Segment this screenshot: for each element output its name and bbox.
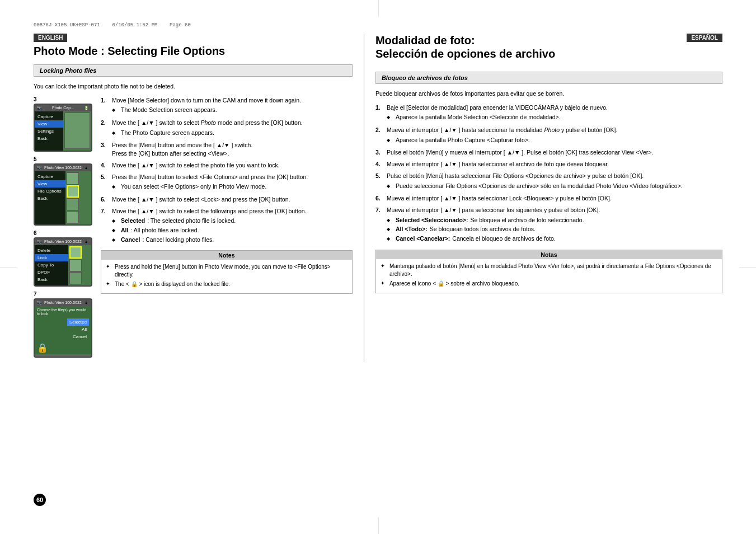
- english-step-1: 1. Move [Mode Selector] down to turn on …: [101, 96, 353, 115]
- english-notes-box: Notes Press and hold the [Menu] button i…: [101, 250, 353, 294]
- english-notes-header: Notes: [101, 251, 352, 260]
- spanish-nota-1: Mantenga pulsado el botón [Menú] en la m…: [381, 263, 717, 278]
- screen5-menu: Capture View File Options Back: [35, 171, 65, 224]
- screen3-menu-view: View: [35, 120, 63, 128]
- screen3-label: 3: [34, 96, 95, 102]
- screen5-device: 📷 Photo View 100-0022 📱 Capture View Fil…: [34, 163, 92, 226]
- screen6-delete: Delete: [35, 247, 68, 254]
- reg-mark-right: [739, 267, 756, 268]
- reg-mark-top: [378, 0, 379, 17]
- spanish-nota-2: Aparece el icono < 🔒 > sobre el archivo …: [381, 280, 717, 288]
- spanish-notas-box: Notas Mantenga pulsado el botón [Menú] e…: [375, 250, 722, 293]
- spanish-notas-header: Notas: [376, 250, 722, 259]
- screen6-body: Delete Lock Copy To DPOF Back: [35, 245, 91, 285]
- meta-date: 6/10/05 1:52 PM: [112, 22, 157, 28]
- reg-mark-bottom: [378, 517, 379, 534]
- spanish-step-list: 1. Baje el [Selector de modalidad] para …: [375, 104, 722, 244]
- screen6-back: Back: [35, 276, 68, 283]
- screen7-lock-icon: 🔒: [35, 341, 91, 354]
- english-steps: 1. Move [Mode Selector] down to turn on …: [101, 96, 353, 362]
- spanish-step-1: 1. Baje el [Selector de modalidad] para …: [375, 104, 722, 123]
- screen3-header: 📷 Photo Cap... 🔋: [35, 105, 91, 111]
- english-subsection: Locking Photo files: [34, 64, 353, 77]
- screen7-body: Choose the file(s) you would to lock. Se…: [35, 306, 91, 354]
- reg-mark-left: [0, 267, 17, 268]
- spanish-step-4: 4. Mueva el interruptor [ ▲/▼ ] hasta se…: [375, 160, 722, 168]
- screen7-device: 📷 Photo View 100-0022 📱 Choose the file(…: [34, 298, 92, 358]
- english-title: Photo Mode : Selecting File Options: [34, 44, 353, 58]
- spanish-notas-content: Mantenga pulsado el botón [Menú] en la m…: [376, 259, 722, 293]
- spanish-title: Modalidad de foto: Selección de opciones…: [375, 34, 555, 60]
- english-screenshots: 3 📷 Photo Cap... 🔋 Capture View: [34, 96, 95, 362]
- screen7-all: All: [79, 326, 89, 333]
- screen6-header: 📷 Photo View 100-0022 📱: [35, 238, 91, 245]
- screen5-fileoptions: File Options: [35, 188, 65, 195]
- screen6-label: 6: [34, 230, 95, 236]
- english-step-6: 6. Move the [ ▲/▼ ] switch to select <Lo…: [101, 195, 353, 204]
- spanish-step-2: 2. Mueva el interruptor [ ▲/▼ ] hasta se…: [375, 126, 722, 145]
- screen5-header: 📷 Photo View 100-0022 📱: [35, 165, 91, 171]
- screen5-view: View: [35, 180, 65, 188]
- screen6-lock: Lock: [35, 254, 68, 261]
- spanish-intro: Puede bloquear archivos de fotos importa…: [375, 90, 722, 98]
- screen3-menu: Capture View Settings Back: [35, 111, 63, 151]
- screen6-dpof: DPOF: [35, 269, 68, 276]
- screen3-menu-settings: Settings: [35, 128, 63, 135]
- screen3-thumbarea: [63, 111, 91, 151]
- spanish-badge-area: ESPAÑOL: [687, 34, 722, 44]
- screen5-label: 5: [34, 156, 95, 162]
- screen7-options-area: Selected All Cancel: [35, 317, 91, 341]
- english-step-list: 1. Move [Mode Selector] down to turn on …: [101, 96, 353, 245]
- spanish-subsection: Bloqueo de archivos de fotos: [375, 72, 722, 84]
- screen5-back: Back: [35, 195, 65, 202]
- spanish-step-5: 5. Pulse el botón [Menú] hasta seleccion…: [375, 172, 722, 191]
- meta-line: 00876J X105 UK+ESP-071 6/10/05 1:52 PM P…: [34, 22, 722, 28]
- screen7-selected: Selected: [67, 318, 89, 326]
- spanish-step-6: 6. Mueva el interruptor [ ▲/▼ ] hasta se…: [375, 194, 722, 203]
- english-column: ENGLISH Photo Mode : Selecting File Opti…: [34, 34, 364, 362]
- screen5-capture: Capture: [35, 173, 65, 180]
- screen5-thumbarea: [65, 171, 91, 224]
- screen7-cancel: Cancel: [71, 333, 89, 340]
- screen3-menu-capture: Capture: [35, 113, 63, 120]
- screen3-body: Capture View Settings Back: [35, 111, 91, 151]
- english-step-7: 7. Move the [ ▲/▼ ] switch to select the…: [101, 207, 353, 245]
- english-step-3: 3. Press the [Menu] button and move the …: [101, 141, 353, 157]
- screen3-menu-back: Back: [35, 135, 63, 142]
- spanish-header-row: Modalidad de foto: Selección de opciones…: [375, 34, 722, 67]
- spanish-title-area: Modalidad de foto: Selección de opciones…: [375, 34, 555, 67]
- english-step-4: 4. Move the [ ▲/▼ ] switch to select the…: [101, 161, 353, 170]
- screen6-device: 📷 Photo View 100-0022 📱 Delete Lock Copy…: [34, 237, 92, 287]
- page-number: 60: [34, 494, 46, 506]
- english-note-2: The < 🔒 > icon is displayed on the locke…: [106, 280, 348, 288]
- screen7-header: 📷 Photo View 100-0022 📱: [35, 299, 91, 306]
- spanish-step-3: 3. Pulse el botón [Menú] y mueva el inte…: [375, 148, 722, 157]
- english-intro: You can lock the important photo file no…: [34, 82, 353, 91]
- meta-code: 00876J X105 UK+ESP-071: [34, 22, 100, 28]
- screen6-menu: Delete Lock Copy To DPOF Back: [35, 245, 68, 285]
- spanish-steps: 1. Baje el [Selector de modalidad] para …: [375, 104, 722, 293]
- english-step-2: 2. Move the [ ▲/▼ ] switch to select Pho…: [101, 119, 353, 138]
- spanish-lang-badge: ESPAÑOL: [687, 34, 722, 42]
- english-lang-badge: ENGLISH: [34, 34, 67, 42]
- screen6-copyto: Copy To: [35, 261, 68, 269]
- screen7-choose-text: Choose the file(s) you would to lock.: [35, 306, 91, 317]
- two-column-layout: ENGLISH Photo Mode : Selecting File Opti…: [34, 34, 722, 362]
- spanish-column: Modalidad de foto: Selección de opciones…: [364, 34, 722, 362]
- page-container: 00876J X105 UK+ESP-071 6/10/05 1:52 PM P…: [0, 0, 756, 534]
- screen7-label: 7: [34, 291, 95, 297]
- meta-page-ref: Page 60: [170, 22, 191, 28]
- spanish-step-7: 7. Mueva el interruptor [ ▲/▼ ] para sel…: [375, 206, 722, 244]
- english-step-5: 5. Press the [Menu] button to select <Fi…: [101, 173, 353, 192]
- english-notes-content: Press and hold the [Menu] button in Phot…: [101, 260, 352, 293]
- screen3-device: 📷 Photo Cap... 🔋 Capture View Settings B…: [34, 104, 92, 152]
- english-note-1: Press and hold the [Menu] button in Phot…: [106, 263, 348, 279]
- screen6-thumbarea: [68, 245, 91, 285]
- english-inner: 3 📷 Photo Cap... 🔋 Capture View: [34, 96, 353, 362]
- screen5-body: Capture View File Options Back: [35, 171, 91, 224]
